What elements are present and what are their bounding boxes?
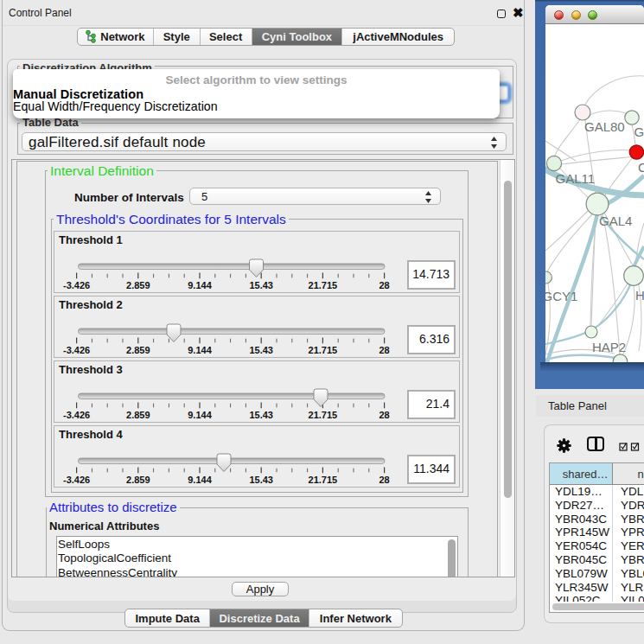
svg-text:21.715: 21.715 (309, 280, 338, 290)
svg-text:HAP2: HAP2 (592, 340, 626, 354)
svg-text:9.144: 9.144 (188, 280, 212, 290)
svg-text:GAL11: GAL11 (556, 171, 596, 186)
svg-text:28: 28 (379, 345, 389, 355)
svg-text:9.144: 9.144 (188, 475, 212, 485)
svg-text:28: 28 (379, 410, 389, 420)
svg-text:2.859: 2.859 (126, 410, 150, 420)
svg-text:15.43: 15.43 (249, 345, 273, 355)
svg-text:21.715: 21.715 (309, 345, 338, 355)
svg-text:28: 28 (379, 475, 389, 485)
svg-text:15.43: 15.43 (249, 475, 273, 485)
svg-text:GAL4: GAL4 (599, 214, 632, 228)
svg-text:-3.426: -3.426 (63, 280, 90, 290)
svg-text:GAL80: GAL80 (584, 119, 625, 134)
svg-text:C: C (638, 160, 644, 175)
svg-text:9.144: 9.144 (188, 345, 212, 355)
svg-text:-3.426: -3.426 (63, 345, 90, 355)
svg-text:GCY1: GCY1 (545, 289, 577, 303)
svg-text:9.144: 9.144 (188, 410, 212, 420)
svg-text:2.859: 2.859 (126, 280, 150, 290)
svg-text:2.859: 2.859 (126, 475, 150, 485)
svg-text:15.43: 15.43 (249, 280, 273, 290)
svg-text:GAL…: GAL… (634, 124, 644, 139)
svg-text:2.859: 2.859 (126, 345, 150, 355)
svg-text:21.715: 21.715 (309, 475, 338, 485)
svg-text:-3.426: -3.426 (63, 475, 90, 485)
svg-text:21.715: 21.715 (309, 410, 338, 420)
svg-text:-3.426: -3.426 (63, 410, 90, 420)
svg-text:15.43: 15.43 (249, 410, 273, 420)
svg-text:H: H (635, 288, 644, 303)
svg-text:28: 28 (379, 280, 389, 290)
